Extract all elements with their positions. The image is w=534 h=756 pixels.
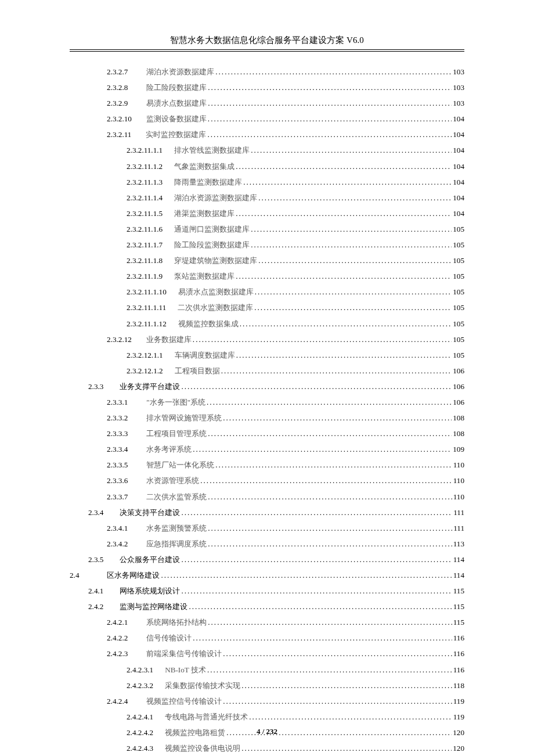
toc-entry-title: 工程项目管理系统 xyxy=(146,430,207,437)
toc-entry-number: 2.4.2.4.3 xyxy=(127,744,153,752)
toc-entry-page: 105 xyxy=(453,241,464,249)
toc-entry-title: 险工险段监测数据建库 xyxy=(174,241,250,249)
toc-entry-page: 110 xyxy=(453,493,464,501)
toc-entry-title: 穿堤建筑物监测数据建库 xyxy=(174,257,257,264)
toc-entry: 2.4.2.3前端采集信号传输设计116 xyxy=(70,650,464,665)
toc-entry-page: 105 xyxy=(453,272,464,280)
toc-entry-number: 2.4.1 xyxy=(88,587,103,595)
toc-entry-number: 2.4.2.2 xyxy=(107,634,128,642)
toc-entry: 2.3.3.6水资源管理系统110 xyxy=(70,477,464,492)
toc-entry-page: 114 xyxy=(453,571,464,579)
toc-entry-number: 2.3.2.11 xyxy=(107,131,131,138)
toc-entry: 2.3.2.10监测设备数据建库104 xyxy=(70,115,464,131)
toc-entry-page: 104 xyxy=(453,115,464,123)
toc-leader-dots xyxy=(254,304,452,311)
toc-leader-dots xyxy=(208,493,452,501)
toc-entry: 2.3.2.11.1.5港渠监测数据建库104 xyxy=(70,210,464,225)
toc-entry-title: 智慧厂站一体化系统 xyxy=(146,461,214,469)
toc-leader-dots xyxy=(207,398,452,406)
toc-entry-number: 2.4.2.4.1 xyxy=(127,713,153,721)
toc-entry-number: 2.3.2.11.1.4 xyxy=(127,194,163,201)
toc-entry-page: 115 xyxy=(453,618,464,626)
toc-leader-dots xyxy=(223,650,452,657)
toc-entry-page: 104 xyxy=(453,163,464,170)
toc-entry-title: 决策支持平台建设 xyxy=(120,509,180,516)
toc-entry-page: 105 xyxy=(453,288,464,296)
toc-entry: 2.3.2.11.1.2气象监测数据集成104 xyxy=(70,163,464,178)
toc-entry-number: 2.3.3 xyxy=(88,383,103,390)
toc-entry-number: 2.3.2.11.1.8 xyxy=(127,257,163,264)
toc-entry-title: NB-IoT 技术 xyxy=(165,666,206,674)
toc-leader-dots xyxy=(223,697,452,705)
toc-entry: 2.3.3.7二次供水监管系统110 xyxy=(70,493,464,509)
toc-entry-title: 前端采集信号传输设计 xyxy=(146,650,222,657)
toc-entry-title: 排水管网设施管理系统 xyxy=(146,414,222,422)
toc-leader-dots xyxy=(251,225,452,233)
toc-leader-dots xyxy=(236,272,452,280)
toc-leader-dots xyxy=(181,509,452,516)
toc-entry: 2.4.2.1系统网络拓扑结构115 xyxy=(70,618,464,634)
toc-entry-title: "水务一张图"系统 xyxy=(146,398,205,406)
toc-leader-dots xyxy=(249,713,452,721)
toc-entry: 2.3.2.11.1.8穿堤建筑物监测数据建库105 xyxy=(70,257,464,272)
toc-leader-dots xyxy=(208,524,452,532)
toc-leader-dots xyxy=(161,571,452,579)
toc-leader-dots xyxy=(193,445,452,453)
toc-entry-number: 2.3.2.12.1.1 xyxy=(127,351,163,359)
toc-leader-dots xyxy=(215,68,452,75)
toc-entry: 2.3.2.12业务数据建库105 xyxy=(70,336,464,351)
toc-entry-number: 2.3.2.11.1.12 xyxy=(127,320,167,327)
toc-entry-title: 实时监控数据建库 xyxy=(146,131,206,138)
toc-entry-page: 120 xyxy=(453,744,464,752)
toc-leader-dots xyxy=(241,744,452,752)
toc-entry: 2.3.3.4水务考评系统109 xyxy=(70,445,464,461)
toc-entry-number: 2.3.2.11.1.1 xyxy=(127,146,163,154)
toc-leader-dots xyxy=(240,320,452,327)
toc-entry: 2.3.2.12.1.1车辆调度数据建库105 xyxy=(70,351,464,367)
toc-entry-title: 湖泊水资源数据建库 xyxy=(146,68,214,75)
toc-entry: 2.3.3业务支撑平台建设106 xyxy=(70,383,464,398)
toc-entry-number: 2.3.2.11.1.6 xyxy=(127,225,163,233)
toc-entry: 2.4.1网络系统规划设计115 xyxy=(70,587,464,603)
toc-leader-dots xyxy=(200,477,452,484)
toc-entry-page: 108 xyxy=(453,414,464,422)
toc-entry-page: 103 xyxy=(453,68,464,75)
toc-entry-page: 104 xyxy=(453,210,464,217)
toc-leader-dots xyxy=(241,682,452,689)
toc-leader-dots xyxy=(258,194,452,201)
toc-entry-title: 系统网络拓扑结构 xyxy=(146,618,207,626)
toc-entry-page: 105 xyxy=(453,225,464,233)
toc-entry-title: 专线电路与普通光纤技术 xyxy=(165,713,248,721)
toc-entry-title: 业务数据建库 xyxy=(146,336,192,343)
toc-entry-title: 排水管线监测数据建库 xyxy=(174,146,250,154)
toc-entry-page: 104 xyxy=(453,178,464,186)
document-header-title: 智慧水务大数据信息化综合服务平台建设方案 V6.0 xyxy=(70,35,464,49)
toc-entry-page: 105 xyxy=(453,351,464,359)
toc-entry-number: 2.4.2.3.2 xyxy=(127,682,153,689)
toc-entry-page: 106 xyxy=(453,398,464,406)
toc-leader-dots xyxy=(181,556,452,563)
toc-entry: 2.3.2.11.1.4湖泊水资源监测数据建库104 xyxy=(70,194,464,210)
toc-entry-title: 泵站监测数据建库 xyxy=(174,272,234,280)
toc-entry: 2.3.2.11.1.10易渍水点监测数据建库105 xyxy=(70,288,464,304)
toc-entry-title: 视频监控信号传输设计 xyxy=(146,697,222,705)
toc-entry-title: 二次供水监测数据建库 xyxy=(178,304,253,311)
toc-entry-page: 110 xyxy=(453,477,464,484)
toc-entry-number: 2.3.2.9 xyxy=(107,99,128,107)
toc-entry-title: 监测设备数据建库 xyxy=(146,115,207,123)
toc-entry-page: 119 xyxy=(453,713,464,721)
toc-leader-dots xyxy=(193,634,452,642)
toc-entry: 2.3.4.2应急指挥调度系统113 xyxy=(70,540,464,556)
toc-entry-number: 2.3.4.2 xyxy=(107,540,128,548)
toc-entry: 2.3.2.11实时监控数据建库104 xyxy=(70,131,464,146)
toc-leader-dots xyxy=(189,603,452,610)
toc-entry-title: 视频监控设备供电说明 xyxy=(165,744,240,752)
toc-entry-title: 车辆调度数据建库 xyxy=(175,351,235,359)
toc-entry-title: 采集数据传输技术实现 xyxy=(165,682,240,689)
toc-entry-title: 公众服务平台建设 xyxy=(120,556,180,563)
toc-entry-number: 2.3.2.12.1.2 xyxy=(127,367,163,375)
toc-leader-dots xyxy=(215,461,452,469)
toc-entry-title: 降雨量监测数据建库 xyxy=(174,178,242,186)
toc-entry: 2.3.2.11.1.3降雨量监测数据建库104 xyxy=(70,178,464,194)
toc-entry-title: 通道闸口监测数据建库 xyxy=(174,225,250,233)
